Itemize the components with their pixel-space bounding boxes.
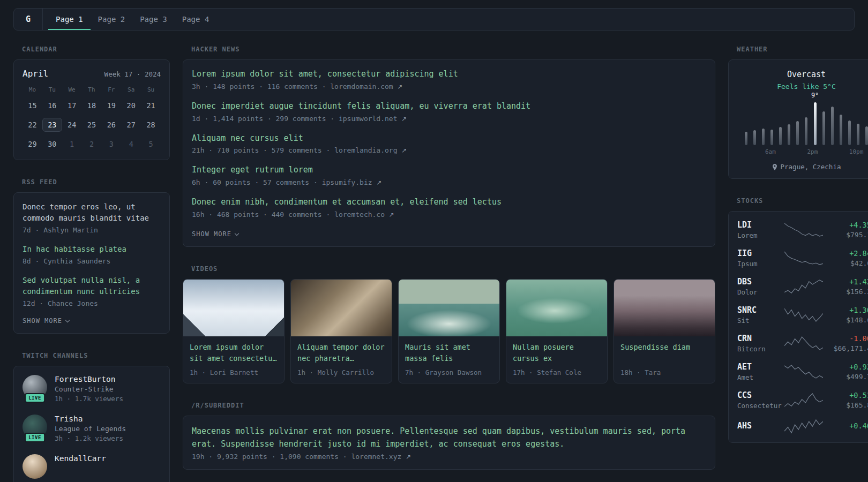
hn-item-title[interactable]: Donec imperdiet augue tincidunt felis al… <box>192 101 706 112</box>
calendar-day[interactable]: 15 <box>23 99 42 112</box>
videos-widget-title: VIDEOS <box>191 265 715 273</box>
video-thumbnail[interactable] <box>291 280 392 336</box>
calendar-day[interactable]: 29 <box>23 137 42 151</box>
video-title[interactable]: Suspendisse diam <box>620 342 708 364</box>
hn-item-title[interactable]: Aliquam nec cursus elit <box>192 133 706 145</box>
stock-sparkline <box>784 336 826 351</box>
video-card[interactable]: Aliquam tempor dolor nec pharetra… 1h · … <box>290 279 392 383</box>
rss-item-title[interactable]: Donec tempor eros leo, ut commodo mauris… <box>23 201 161 224</box>
external-link-icon[interactable]: ↗ <box>406 453 411 461</box>
calendar-day-next-month[interactable]: 4 <box>121 137 141 151</box>
app-logo[interactable]: G <box>26 9 42 30</box>
stock-symbol[interactable]: DBS <box>737 277 784 287</box>
rss-item-title[interactable]: In hac habitasse platea <box>23 244 161 255</box>
calendar-day[interactable]: 26 <box>101 118 121 132</box>
tab-page-4[interactable]: Page 4 <box>175 9 217 30</box>
hn-item-title[interactable]: Donec enim nibh, condimentum et accumsan… <box>192 197 706 208</box>
calendar-day[interactable]: 19 <box>101 99 121 112</box>
calendar-separator: · <box>137 70 141 78</box>
calendar-day[interactable]: 28 <box>141 118 161 132</box>
hn-item-title[interactable]: Integer eget rutrum lorem <box>192 164 706 176</box>
external-link-icon[interactable]: ↗ <box>398 83 403 91</box>
calendar-day[interactable]: 20 <box>121 99 141 112</box>
weather-bar <box>794 100 802 145</box>
stock-change: +4.35% <box>826 221 868 229</box>
video-meta: 1h · Molly Carrillo <box>297 368 385 376</box>
video-card[interactable]: Mauris sit amet massa felis 7h · Grayson… <box>398 279 500 383</box>
external-link-icon[interactable]: ↗ <box>389 211 394 219</box>
tab-page-1[interactable]: Page 1 <box>48 9 91 30</box>
twitch-widget-title: TWITCH CHANNELS <box>22 352 170 359</box>
calendar-day[interactable]: 18 <box>82 99 102 112</box>
hn-meta-text: 1d · 1,414 points · 299 comments · ipsum… <box>192 115 398 123</box>
stock-symbol[interactable]: SNRC <box>737 305 784 315</box>
stock-row: AHS +0.46% <box>737 419 868 434</box>
stock-sparkline <box>784 307 826 322</box>
video-card[interactable]: Nullam posuere cursus ex 17h · Stefan Co… <box>506 279 608 383</box>
video-thumbnail[interactable] <box>399 280 499 336</box>
right-column: WEATHER Overcast Feels like 5°C 9° 6am2p… <box>728 46 868 461</box>
video-thumbnail[interactable] <box>614 280 715 336</box>
rss-item-title[interactable]: Sed volutpat nulla nisl, a condimentum n… <box>23 275 161 297</box>
calendar-day[interactable]: 22 <box>23 118 42 132</box>
stock-sparkline <box>784 419 826 434</box>
rss-show-more-button[interactable]: SHOW MORE <box>23 317 69 325</box>
stock-row: CCSConsectetur +0.51%$165.84 <box>737 390 868 410</box>
channel-name[interactable]: Trisha <box>55 415 126 423</box>
calendar-day[interactable]: 24 <box>62 118 82 132</box>
stock-symbol[interactable]: AET <box>737 362 784 372</box>
video-thumbnail[interactable] <box>183 280 284 336</box>
video-title[interactable]: Nullam posuere cursus ex <box>513 342 601 364</box>
calendar-day-next-month[interactable]: 1 <box>62 137 82 151</box>
stock-symbol[interactable]: AHS <box>737 421 784 431</box>
stock-row: DBSDolor +1.42%$156.28 <box>737 277 868 296</box>
external-link-icon[interactable]: ↗ <box>376 179 381 186</box>
channel-name[interactable]: KendallCarr <box>55 454 106 463</box>
video-card[interactable]: Lorem ipsum dolor sit amet consectetu… 1… <box>183 279 285 383</box>
tab-page-3[interactable]: Page 3 <box>132 9 175 30</box>
channel-name[interactable]: ForrestBurton <box>55 375 123 383</box>
calendar-day[interactable]: 17 <box>62 99 82 112</box>
calendar-day-next-month[interactable]: 5 <box>141 137 161 151</box>
reddit-post-title[interactable]: Maecenas mollis pulvinar erat non posuer… <box>192 425 706 450</box>
stock-row: SNRCSit +1.36%$148.64 <box>737 305 868 325</box>
weather-hour-labels: 6am2pm10pm <box>742 148 868 155</box>
external-link-icon[interactable]: ↗ <box>401 115 407 123</box>
stock-change: +1.36% <box>826 306 868 314</box>
weather-bar <box>776 100 785 145</box>
hn-show-more-button[interactable]: SHOW MORE <box>192 230 238 238</box>
stock-name: Ipsum <box>737 260 784 268</box>
hn-item-meta: 16h · 468 points · 440 comments · loremt… <box>192 210 706 219</box>
stocks-widget-title: STOCKS <box>737 197 868 205</box>
dow-label: Fr <box>101 86 121 93</box>
calendar-day[interactable]: 16 <box>42 99 62 112</box>
calendar-day[interactable]: 21 <box>141 99 161 112</box>
hn-show-more-label: SHOW MORE <box>192 230 231 238</box>
video-title[interactable]: Aliquam tempor dolor nec pharetra… <box>297 342 385 364</box>
calendar-day-selected[interactable]: 23 <box>42 118 62 132</box>
video-thumbnail[interactable] <box>506 280 607 336</box>
stock-row: AETAmet +0.92%$499.72 <box>737 362 868 381</box>
stocks-box: LDILorem +4.35%$795.18 IIGIpsum +2.84%$4… <box>728 211 868 443</box>
video-title[interactable]: Lorem ipsum dolor sit amet consectetu… <box>190 342 278 364</box>
stock-symbol[interactable]: CCS <box>737 390 784 400</box>
calendar-day[interactable]: 30 <box>42 137 62 151</box>
stock-symbol[interactable]: LDI <box>737 220 784 230</box>
calendar-month: April <box>23 69 48 79</box>
external-link-icon[interactable]: ↗ <box>401 147 407 154</box>
dow-label: Su <box>141 86 161 93</box>
calendar-day[interactable]: 27 <box>121 118 141 132</box>
tab-page-2[interactable]: Page 2 <box>91 9 133 30</box>
calendar-day-next-month[interactable]: 3 <box>101 137 121 151</box>
hn-item-title[interactable]: Lorem ipsum dolor sit amet, consectetur … <box>192 69 706 80</box>
video-card[interactable]: Suspendisse diam 18h · Tara <box>613 279 715 383</box>
stock-symbol[interactable]: IIG <box>737 248 784 258</box>
stock-symbol[interactable]: CRN <box>737 334 784 343</box>
video-title[interactable]: Mauris sit amet massa felis <box>405 342 493 364</box>
calendar-day-next-month[interactable]: 2 <box>82 137 102 151</box>
calendar-day[interactable]: 25 <box>82 118 102 132</box>
weather-bar <box>863 100 868 145</box>
stock-name: Bitcorn <box>737 345 784 353</box>
weather-bar-chart: 9° <box>742 100 868 145</box>
video-card-row: Lorem ipsum dolor sit amet consectetu… 1… <box>183 279 715 383</box>
